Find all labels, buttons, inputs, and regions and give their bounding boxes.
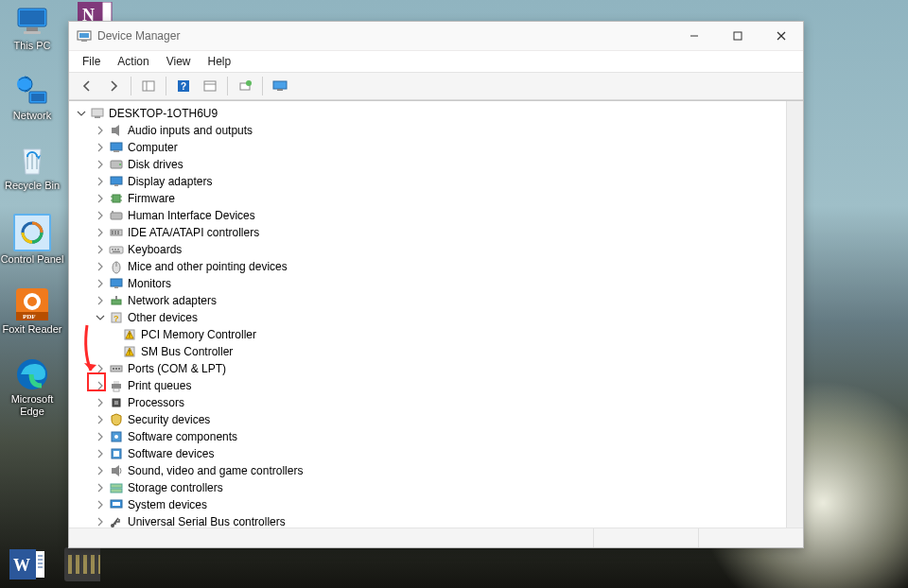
svg-rect-73 xyxy=(115,296,117,300)
expand-icon[interactable] xyxy=(94,141,107,154)
tree-category[interactable]: Keyboards xyxy=(75,241,803,258)
word-icon[interactable]: W xyxy=(9,546,45,582)
svg-rect-52 xyxy=(113,195,120,202)
properties-button[interactable] xyxy=(198,75,222,97)
tree-category[interactable]: Print queues xyxy=(75,377,803,394)
expand-icon[interactable] xyxy=(94,362,107,375)
desktop-icon-recycle-bin[interactable]: Recycle Bin xyxy=(0,144,64,191)
expand-icon[interactable] xyxy=(94,515,107,527)
expand-icon[interactable] xyxy=(94,379,107,392)
expand-icon[interactable] xyxy=(94,243,107,256)
expand-icon[interactable] xyxy=(94,260,107,273)
desktop-icon-this-pc[interactable]: This PC xyxy=(0,4,64,51)
tree-category[interactable]: Software devices xyxy=(75,445,803,462)
tree-category[interactable]: Security devices xyxy=(75,411,803,428)
desktop-icon-control-panel[interactable]: Control Panel xyxy=(0,214,64,265)
tree-category[interactable]: Sound, video and game controllers xyxy=(75,462,803,479)
disk-icon xyxy=(109,157,124,172)
show-hide-tree-button[interactable] xyxy=(136,75,161,97)
expand-icon[interactable] xyxy=(94,226,107,239)
tree-category[interactable]: Ports (COM & LPT) xyxy=(75,360,803,377)
monitor-icon xyxy=(109,276,124,291)
tree-category[interactable]: System devices xyxy=(75,496,803,513)
expand-icon[interactable] xyxy=(94,447,107,460)
warn-icon: ! xyxy=(122,327,137,342)
tree-category[interactable]: Storage controllers xyxy=(75,479,803,496)
svg-rect-46 xyxy=(111,143,122,150)
tree-category[interactable]: Human Interface Devices xyxy=(75,207,803,224)
collapse-icon[interactable] xyxy=(75,107,88,120)
expand-icon[interactable] xyxy=(94,413,107,426)
expand-icon[interactable] xyxy=(94,396,107,409)
tree-device[interactable]: !SM Bus Controller xyxy=(75,343,803,360)
network-icon xyxy=(15,74,49,108)
svg-point-14 xyxy=(27,297,37,306)
tree-root[interactable]: DESKTOP-1OTH6U9 xyxy=(75,105,803,122)
warn-icon: ! xyxy=(122,344,137,359)
edge-icon xyxy=(15,357,49,391)
tree-category[interactable]: Firmware xyxy=(75,190,803,207)
tree-category[interactable]: Disk drives xyxy=(75,156,803,173)
tree-category[interactable]: Processors xyxy=(75,394,803,411)
minimize-button[interactable] xyxy=(672,22,716,50)
expand-icon[interactable] xyxy=(94,498,107,511)
svg-rect-90 xyxy=(114,401,118,405)
expand-icon[interactable] xyxy=(94,175,107,188)
tree-category[interactable]: Display adapters xyxy=(75,173,803,190)
menu-file[interactable]: File xyxy=(75,53,108,70)
tree-category[interactable]: Mice and other pointing devices xyxy=(75,258,803,275)
svg-point-84 xyxy=(115,368,117,370)
tree-category-label: Mice and other pointing devices xyxy=(128,260,288,273)
svg-rect-43 xyxy=(92,109,103,116)
close-button[interactable] xyxy=(760,22,803,50)
expand-icon[interactable] xyxy=(94,209,107,222)
desktop-icon-foxit[interactable]: PDF Foxit Reader xyxy=(0,287,64,335)
tree-category[interactable]: Network adapters xyxy=(75,292,803,309)
expand-icon[interactable] xyxy=(94,124,107,137)
svg-rect-50 xyxy=(111,177,122,184)
tree-category[interactable]: Monitors xyxy=(75,275,803,292)
tree-category-label: Firmware xyxy=(128,192,175,205)
desktop-icon-edge[interactable]: Microsoft Edge xyxy=(0,357,64,416)
expand-icon[interactable] xyxy=(94,277,107,290)
svg-rect-65 xyxy=(114,249,116,251)
tree-device[interactable]: !PCI Memory Controller xyxy=(75,326,803,343)
svg-rect-87 xyxy=(114,381,119,384)
titlebar[interactable]: Device Manager xyxy=(69,22,803,51)
expand-icon[interactable] xyxy=(94,481,107,494)
expand-icon[interactable] xyxy=(94,464,107,477)
expand-icon[interactable] xyxy=(94,430,107,443)
scrollbar[interactable] xyxy=(786,101,803,527)
wot-icon[interactable] xyxy=(64,546,100,582)
tree-category[interactable]: ?Other devices xyxy=(75,309,803,326)
back-button[interactable] xyxy=(75,75,99,97)
expand-icon[interactable] xyxy=(94,158,107,171)
desktop-icon-network[interactable]: Network xyxy=(0,74,64,121)
tree-category[interactable]: Software components xyxy=(75,428,803,445)
collapse-icon[interactable] xyxy=(94,311,107,324)
svg-rect-45 xyxy=(112,128,115,133)
tree-category[interactable]: Audio inputs and outputs xyxy=(75,122,803,139)
svg-rect-67 xyxy=(113,251,120,253)
menu-action[interactable]: Action xyxy=(110,53,156,70)
svg-rect-95 xyxy=(112,468,115,474)
monitor-button[interactable] xyxy=(268,75,292,97)
control-panel-icon xyxy=(13,214,51,251)
svg-rect-6 xyxy=(24,31,41,34)
maximize-button[interactable] xyxy=(716,22,760,50)
tree-category[interactable]: Universal Serial Bus controllers xyxy=(75,513,803,527)
toolbar-separator xyxy=(262,77,263,95)
forward-button[interactable] xyxy=(101,75,126,97)
svg-rect-70 xyxy=(111,279,122,286)
help-button[interactable]: ? xyxy=(171,75,196,97)
tree-category[interactable]: Computer xyxy=(75,139,803,156)
expand-icon[interactable] xyxy=(94,192,107,205)
menu-view[interactable]: View xyxy=(159,53,199,70)
menu-help[interactable]: Help xyxy=(201,53,239,70)
device-tree[interactable]: DESKTOP-1OTH6U9Audio inputs and outputsC… xyxy=(69,101,803,527)
sound-icon xyxy=(109,463,124,478)
scan-hardware-button[interactable] xyxy=(233,75,257,97)
tree-category[interactable]: IDE ATA/ATAPI controllers xyxy=(75,224,803,241)
recycle-bin-icon xyxy=(15,144,49,178)
expand-icon[interactable] xyxy=(94,294,107,307)
